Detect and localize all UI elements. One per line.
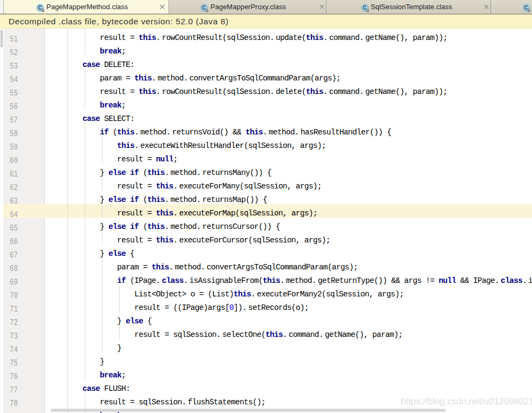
svg-text:C: C (363, 5, 366, 11)
svg-text:C: C (524, 5, 528, 11)
svg-text:C: C (202, 5, 206, 11)
svg-text:C: C (38, 5, 42, 11)
